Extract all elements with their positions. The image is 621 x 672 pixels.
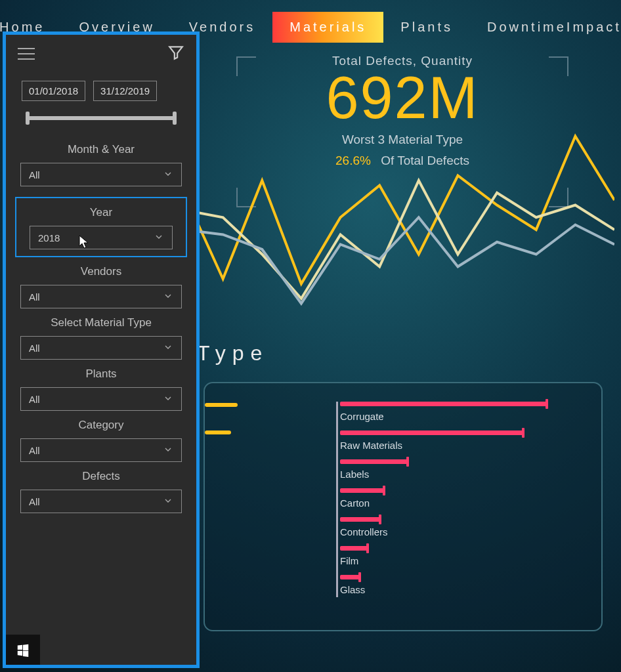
filter-label: Month & Year <box>20 143 182 156</box>
filter-funnel-icon[interactable] <box>167 44 184 64</box>
date-range-slider[interactable] <box>26 112 177 123</box>
dropdown-value: All <box>29 496 40 507</box>
chevron-down-icon <box>163 342 173 354</box>
line-series-gold <box>184 136 614 284</box>
bar-label: Controllers <box>340 526 388 537</box>
bar-row: Carton <box>336 488 575 517</box>
filter-sidebar: 01/01/2018 31/12/2019 Month & YearAllYea… <box>3 32 200 668</box>
section-title: Type <box>197 341 268 366</box>
bar-label: Film <box>340 555 358 566</box>
dropdown-value: All <box>29 394 40 405</box>
dropdown-value: All <box>29 343 40 354</box>
filter-group: Month & YearAll <box>6 138 196 189</box>
filter-dropdown[interactable]: All <box>20 336 182 360</box>
filter-label: Select Material Type <box>20 316 182 329</box>
line-series-grey <box>184 217 614 303</box>
bar <box>340 517 380 522</box>
filter-group: Select Material TypeAll <box>6 311 196 362</box>
stub-bars <box>205 403 238 458</box>
corner-decoration <box>549 56 568 76</box>
date-to-input[interactable]: 31/12/2019 <box>93 81 157 101</box>
bar-chart-card: CorrugateRaw MaterialsLabelsCartonContro… <box>203 382 603 631</box>
chevron-down-icon <box>163 291 173 303</box>
filter-label: Plants <box>20 368 182 381</box>
filter-group: PlantsAll <box>6 362 196 413</box>
chevron-down-icon <box>163 444 173 457</box>
bar-row: Raw Materials <box>336 430 575 459</box>
filter-dropdown[interactable]: All <box>20 163 182 186</box>
chevron-down-icon <box>163 393 173 406</box>
date-from-input[interactable]: 01/01/2018 <box>22 81 85 101</box>
bar-label: Raw Materials <box>340 440 402 451</box>
mouse-cursor-icon <box>79 235 89 251</box>
filter-label: Vendors <box>20 265 182 278</box>
filter-group: CategoryAll <box>6 413 196 465</box>
bar-row: Film <box>336 546 575 575</box>
chevron-down-icon <box>154 232 164 244</box>
nav-tab-downtimeimpact[interactable]: DowntimeImpact <box>470 12 621 43</box>
trend-line-chart <box>184 131 614 328</box>
bar <box>340 488 384 493</box>
nav-tab-materials[interactable]: Materials <box>272 12 383 43</box>
bar-label: Carton <box>340 497 370 509</box>
filter-label: Defects <box>20 470 182 483</box>
filter-group: VendorsAll <box>6 260 196 311</box>
nav-tab-plants[interactable]: Plants <box>383 12 470 43</box>
windows-start-icon[interactable] <box>6 635 40 665</box>
filter-dropdown[interactable]: All <box>20 438 182 462</box>
bar <box>340 575 360 579</box>
bar-row: Corrugate <box>336 402 575 430</box>
bar <box>340 459 408 464</box>
chevron-down-icon <box>163 169 173 181</box>
kpi-value: 692M <box>210 68 595 127</box>
dropdown-value: All <box>29 169 40 180</box>
chevron-down-icon <box>163 495 173 508</box>
bar-row: Labels <box>336 459 575 488</box>
bar <box>340 546 368 551</box>
filter-group: DefectsAll <box>6 465 196 516</box>
bar-label: Corrugate <box>340 411 384 422</box>
bar <box>340 430 523 435</box>
dropdown-value: All <box>29 291 40 303</box>
material-bar-chart: CorrugateRaw MaterialsLabelsCartonContro… <box>336 402 575 617</box>
filter-label: Year <box>30 206 173 219</box>
filter-dropdown[interactable]: 2018 <box>30 226 173 249</box>
date-range-row: 01/01/2018 31/12/2019 <box>6 69 196 105</box>
filter-group-highlighted: Year2018 <box>15 197 187 257</box>
bar <box>340 402 547 406</box>
hamburger-icon[interactable] <box>18 48 35 60</box>
bar-label: Glass <box>340 584 365 595</box>
corner-decoration <box>236 56 256 76</box>
bar-label: Labels <box>340 469 369 480</box>
dropdown-value: 2018 <box>38 232 60 243</box>
filter-dropdown[interactable]: All <box>20 285 182 308</box>
bar-row: Glass <box>336 575 575 604</box>
bar-row: Controllers <box>336 517 575 546</box>
dropdown-value: All <box>29 445 40 456</box>
filter-label: Category <box>20 419 182 432</box>
filter-dropdown[interactable]: All <box>20 490 182 513</box>
filter-dropdown[interactable]: All <box>20 387 182 411</box>
